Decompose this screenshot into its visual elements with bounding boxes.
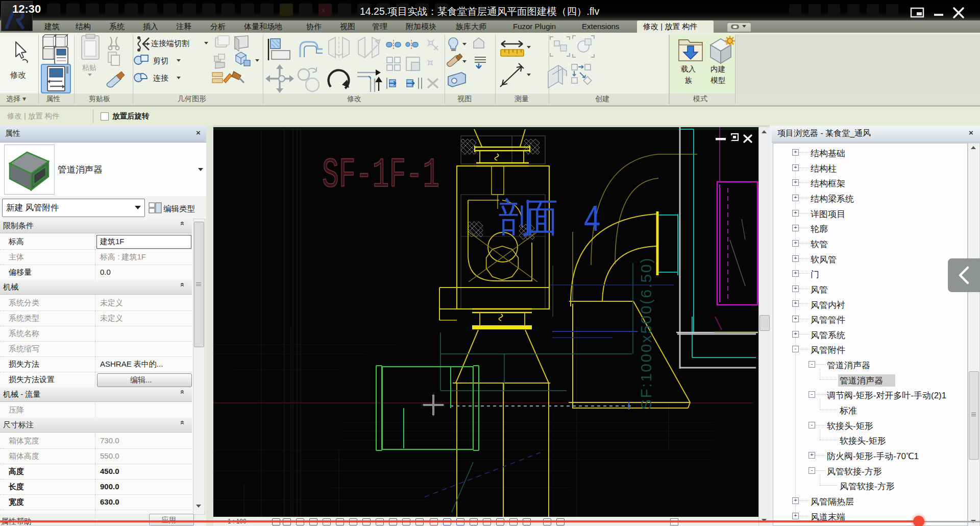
svg-text:修改: 修改 [10,70,26,79]
svg-text:剖面: 剖面 [499,195,558,239]
svg-text:SF-1F-1: SF-1F-1 [322,152,439,199]
svg-text:SF:1000x500(6.50): SF:1000x500(6.50) [638,257,654,410]
svg-text:模型: 模型 [710,76,726,84]
svg-text:粘贴: 粘贴 [82,63,96,71]
svg-text:族: 族 [685,76,693,84]
svg-text:连接端切割: 连接端切割 [151,39,189,47]
svg-text:内建: 内建 [710,65,725,73]
svg-text:连接: 连接 [153,74,168,82]
svg-text:剪切: 剪切 [153,56,168,65]
svg-text:4: 4 [584,198,600,238]
svg-text:载入: 载入 [681,65,696,73]
